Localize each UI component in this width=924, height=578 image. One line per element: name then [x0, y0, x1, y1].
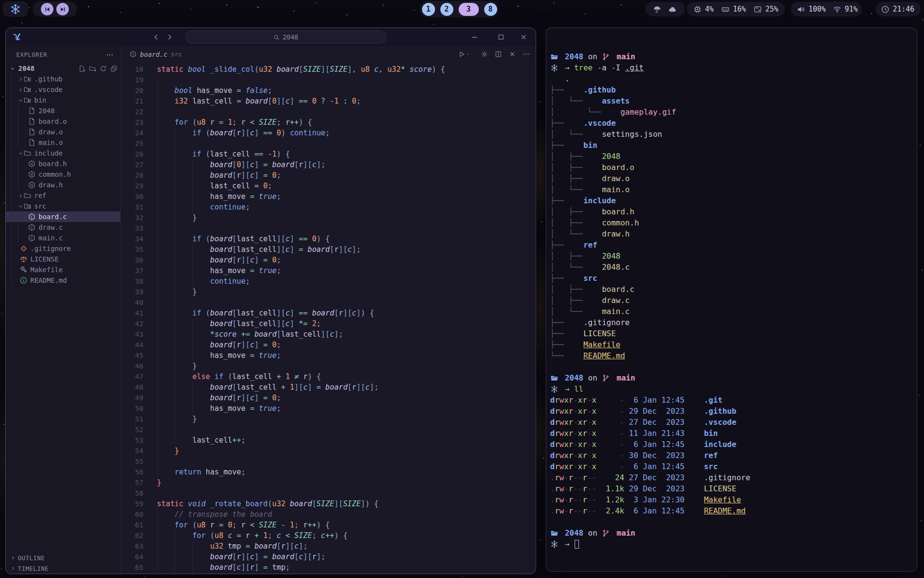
code-line-65[interactable]: 65 board[c][r] = tmp; — [121, 562, 536, 573]
code-line-22[interactable]: 22 — [121, 106, 536, 117]
code-line-37[interactable]: 37 has_move = true; — [121, 265, 536, 276]
code-line-35[interactable]: 35 board[last_cell][c] = board[r][c]; — [121, 244, 536, 255]
split-editor-button[interactable] — [495, 51, 502, 58]
tree-item-ref[interactable]: ref — [6, 190, 120, 201]
editor-pane[interactable]: board.c src 18static bool _slide_col(u32… — [121, 46, 536, 574]
new-folder-button[interactable] — [89, 65, 96, 72]
outline-section[interactable]: OUTLINE — [6, 552, 120, 563]
settings-button[interactable] — [481, 51, 488, 58]
code-line-29[interactable]: 29 last_cell = 0; — [121, 181, 536, 191]
tree-item-board.o[interactable]: board.o — [6, 116, 120, 127]
code-line-58[interactable]: 58 — [121, 488, 536, 499]
code-line-36[interactable]: 36 board[r][c] = 0; — [121, 255, 536, 265]
code-line-61[interactable]: 61 for (u8 r = 0; r < SIZE - 1; r++) { — [121, 520, 536, 530]
weather-widget[interactable] — [645, 2, 685, 16]
code-line-47[interactable]: 47 else if (last_cell + 1 ≠ r) { — [121, 371, 536, 382]
tree-item-draw.h[interactable]: draw.h — [6, 180, 120, 190]
code-line-51[interactable]: 51 } — [121, 414, 536, 424]
audio-network[interactable]: 100% 91% — [791, 2, 862, 16]
code-line-43[interactable]: 43 *score += board[last_cell][c]; — [121, 329, 536, 340]
code-line-27[interactable]: 27 board[0][c] = board[r][c]; — [121, 159, 536, 170]
code-line-53[interactable]: 53 last_cell++; — [121, 435, 536, 446]
tree-item-.gitignore[interactable]: .gitignore — [6, 243, 120, 254]
new-file-button[interactable] — [78, 65, 86, 72]
code-line-45[interactable]: 45 has_move = true; — [121, 350, 536, 361]
tree-item-src[interactable]: src — [6, 201, 120, 211]
system-stats[interactable]: 4% 16% 25% — [687, 2, 785, 16]
close-tab-button[interactable] — [509, 51, 516, 58]
code-line-34[interactable]: 34 if (board[last_cell][c] == 0) { — [121, 234, 536, 244]
tree-item-.vscode[interactable]: .vscode — [6, 84, 120, 95]
code-line-28[interactable]: 28 board[r][c] = 0; — [121, 170, 536, 181]
run-button[interactable] — [458, 51, 470, 58]
tree-item-LICENSE[interactable]: LICENSE — [6, 254, 120, 264]
code-line-42[interactable]: 42 board[last_cell][c] *= 2; — [121, 318, 536, 329]
code-line-33[interactable]: 33 — [121, 223, 536, 234]
code-line-41[interactable]: 41 if (board[last_cell][c] == board[r][c… — [121, 308, 536, 318]
code-line-32[interactable]: 32 } — [121, 212, 536, 223]
refresh-explorer-button[interactable] — [100, 65, 107, 72]
tree-item-main.c[interactable]: main.c — [6, 233, 120, 243]
code-line-63[interactable]: 63 u32 tmp = board[r][c]; — [121, 541, 536, 552]
launcher-button[interactable] — [3, 1, 28, 17]
code-line-46[interactable]: 46 } — [121, 361, 536, 371]
code-line-21[interactable]: 21 i32 last_cell = board[0][c] == 0 ? -1… — [121, 96, 536, 106]
tree-item-board.c[interactable]: board.c — [6, 211, 120, 222]
tree-item-draw.c[interactable]: draw.c — [6, 222, 120, 233]
code-line-19[interactable]: 19 — [121, 75, 536, 85]
code-line-30[interactable]: 30 has_move = true; — [121, 191, 536, 202]
breadcrumb[interactable]: board.c src — [129, 51, 182, 58]
code-line-55[interactable]: 55 — [121, 456, 536, 467]
code-area[interactable]: 18static bool _slide_col(u32 board[SIZE]… — [121, 62, 536, 574]
tree-item-common.h[interactable]: common.h — [6, 169, 120, 180]
explorer-more-button[interactable] — [106, 51, 114, 59]
code-line-38[interactable]: 38 continue; — [121, 276, 536, 287]
code-line-48[interactable]: 48 board[last_cell + 1][c] = board[r][c]… — [121, 382, 536, 393]
tree-item-include[interactable]: include — [6, 148, 120, 158]
tree-item-draw.o[interactable]: draw.o — [6, 127, 120, 137]
nav-forward-icon[interactable] — [166, 33, 174, 41]
code-line-60[interactable]: 60 // transpose the board — [121, 509, 536, 520]
code-line-57[interactable]: 57} — [121, 477, 536, 488]
nav-back-icon[interactable] — [152, 33, 160, 41]
tree-item-README.md[interactable]: README.md — [6, 275, 120, 286]
editor-window[interactable]: 2048 EXPLORER 2048.github.vscodebin2048b… — [5, 27, 536, 574]
code-line-62[interactable]: 62 for (u8 c = r + 1; c < SIZE; c++) { — [121, 530, 536, 541]
code-line-59[interactable]: 59static void _rotate_board(u32 board[SI… — [121, 499, 536, 509]
tree-item-Makefile[interactable]: Makefile — [6, 264, 120, 275]
tree-item-board.h[interactable]: board.h — [6, 158, 120, 169]
code-line-54[interactable]: 54 } — [121, 446, 536, 456]
code-line-44[interactable]: 44 board[r][c] = 0; — [121, 340, 536, 350]
code-line-20[interactable]: 20 bool has_move = false; — [121, 85, 536, 96]
search-box[interactable]: 2048 — [185, 31, 386, 43]
workspace-2[interactable]: 2 — [440, 3, 453, 16]
close-button[interactable] — [520, 33, 527, 41]
minimize-button[interactable] — [471, 33, 478, 41]
more-actions-button[interactable] — [523, 51, 530, 58]
timeline-section[interactable]: TIMELINE — [6, 563, 120, 574]
code-line-39[interactable]: 39 } — [121, 287, 536, 297]
terminal-window[interactable]: 2048 on main → tree -a -I .git .├── .git… — [546, 27, 917, 572]
workspace-1[interactable]: 1 — [422, 3, 435, 16]
code-line-40[interactable]: 40 — [121, 297, 536, 308]
code-line-18[interactable]: 18static bool _slide_col(u32 board[SIZE]… — [121, 64, 536, 75]
maximize-button[interactable] — [497, 33, 505, 41]
tree-item-.github[interactable]: .github — [6, 74, 120, 84]
tree-item-2048[interactable]: 2048 — [6, 63, 120, 74]
code-line-52[interactable]: 52 — [121, 424, 536, 435]
collapse-folders-button[interactable] — [110, 65, 117, 72]
media-next-button[interactable] — [56, 3, 69, 15]
code-line-56[interactable]: 56 return has_move; — [121, 467, 536, 477]
tree-item-main.o[interactable]: main.o — [6, 137, 120, 148]
workspace-8[interactable]: 8 — [484, 3, 497, 16]
code-line-31[interactable]: 31 continue; — [121, 202, 536, 212]
code-line-49[interactable]: 49 board[r][c] = 0; — [121, 393, 536, 403]
tree-item-2048[interactable]: 2048 — [6, 105, 120, 116]
code-line-25[interactable]: 25 — [121, 138, 536, 149]
code-line-50[interactable]: 50 has_move = true; — [121, 403, 536, 414]
code-line-24[interactable]: 24 if (board[r][c] == 0) continue; — [121, 128, 536, 138]
media-prev-button[interactable] — [41, 3, 53, 15]
code-line-26[interactable]: 26 if (last_cell == -1) { — [121, 149, 536, 159]
code-line-23[interactable]: 23 for (u8 r = 1; r < SIZE; r++) { — [121, 117, 536, 128]
code-line-64[interactable]: 64 board[r][c] = board[c][r]; — [121, 552, 536, 562]
